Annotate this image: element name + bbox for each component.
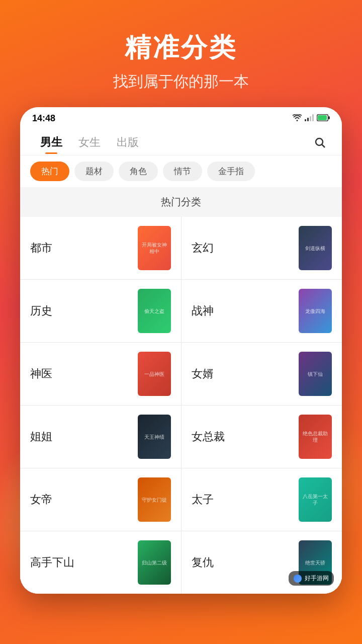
category-taizi[interactable]: 太子 八岳第一太子: [182, 468, 342, 531]
section-title: 热门分类: [20, 187, 342, 217]
category-label-lishi: 历史: [30, 303, 132, 318]
content-area: 热门分类 都市 开局被女神相中 玄幻 剑道纵横 历史 偷天之盗: [20, 187, 342, 594]
book-cover-nvdi: 守护女门徒: [138, 477, 171, 522]
svg-rect-2: [310, 116, 311, 121]
hero-subtitle: 找到属于你的那一本: [20, 71, 342, 92]
book-cover-zhanshen: 龙傲四海: [299, 289, 332, 333]
book-cover-nuxu: 镇下仙: [299, 352, 332, 396]
category-lishi[interactable]: 历史 偷天之盗: [20, 280, 181, 342]
svg-rect-5: [328, 116, 330, 119]
filter-bar: 热门 题材 角色 情节 金手指: [20, 155, 342, 187]
book-cover-gaoshouxiashan: 归山第二级: [138, 540, 171, 585]
book-cover-jiejie: 天王神绩: [138, 415, 171, 459]
search-icon: [314, 136, 326, 148]
hero-section: 精准分类 找到属于你的那一本: [0, 0, 362, 107]
status-bar: 14:48: [20, 107, 342, 128]
watermark: 好手游网: [289, 571, 334, 586]
category-label-nuxu: 女婿: [192, 366, 293, 381]
hero-title: 精准分类: [20, 30, 342, 65]
watermark-logo: [294, 575, 302, 583]
book-cover-xuanhuan: 剑道纵横: [299, 226, 332, 270]
status-time: 14:48: [32, 113, 55, 124]
phone-shell: 14:48: [20, 107, 342, 594]
category-label-nvdi: 女帝: [30, 492, 132, 507]
category-shenyi[interactable]: 神医 一品神医: [20, 343, 181, 405]
signal-icon: [305, 114, 314, 123]
watermark-text: 好手游网: [305, 574, 329, 583]
tab-female[interactable]: 女生: [70, 132, 109, 153]
category-gaoshouxiashan[interactable]: 高手下山 归山第二级: [20, 531, 181, 594]
search-button[interactable]: [310, 132, 330, 152]
filter-cheat[interactable]: 金手指: [207, 162, 255, 181]
battery-icon: [317, 114, 330, 123]
svg-point-7: [316, 138, 323, 145]
category-nvdi[interactable]: 女帝 守护女门徒: [20, 468, 181, 531]
category-label-xuanhuan: 玄幻: [192, 240, 293, 256]
filter-role[interactable]: 角色: [119, 162, 158, 181]
top-nav: 男生 女生 出版: [20, 128, 342, 155]
category-zhanshen[interactable]: 战神 龙傲四海: [182, 280, 342, 342]
category-label-taizi: 太子: [192, 492, 293, 507]
book-cover-nuzongcai: 绝色总裁助理: [299, 415, 332, 459]
category-dushi[interactable]: 都市 开局被女神相中: [20, 217, 181, 279]
status-icons: [293, 114, 330, 123]
book-cover-shenyi: 一品神医: [138, 352, 171, 396]
category-label-shenyi: 神医: [30, 366, 132, 381]
tab-male[interactable]: 男生: [32, 132, 70, 153]
svg-rect-0: [305, 119, 306, 121]
wifi-icon: [293, 114, 302, 123]
category-label-gaoshouxiashan: 高手下山: [30, 555, 132, 570]
svg-rect-1: [307, 118, 309, 121]
book-cover-dushi: 开局被女神相中: [138, 226, 171, 270]
category-jiejie[interactable]: 姐姐 天王神绩: [20, 406, 181, 468]
filter-plot[interactable]: 情节: [163, 162, 202, 181]
tab-publish[interactable]: 出版: [109, 132, 147, 153]
filter-theme[interactable]: 题材: [74, 162, 114, 181]
category-nuzongcai[interactable]: 女总裁 绝色总裁助理: [182, 406, 342, 468]
category-xuanhuan[interactable]: 玄幻 剑道纵横: [182, 217, 342, 279]
category-label-jiejie: 姐姐: [30, 429, 132, 444]
book-cover-lishi: 偷天之盗: [138, 289, 171, 333]
filter-hot[interactable]: 热门: [30, 162, 69, 181]
svg-rect-6: [318, 115, 327, 120]
category-label-zhanshen: 战神: [192, 303, 293, 318]
category-label-nuzongcai: 女总裁: [192, 429, 293, 444]
svg-line-8: [322, 145, 325, 148]
svg-rect-3: [312, 114, 314, 121]
category-nuxu[interactable]: 女婿 镇下仙: [182, 343, 342, 405]
category-label-dushi: 都市: [30, 240, 132, 256]
book-cover-taizi: 八岳第一太子: [299, 477, 332, 522]
category-label-fuchou: 复仇: [192, 555, 293, 570]
category-grid: 都市 开局被女神相中 玄幻 剑道纵横 历史 偷天之盗 战神: [20, 217, 342, 594]
